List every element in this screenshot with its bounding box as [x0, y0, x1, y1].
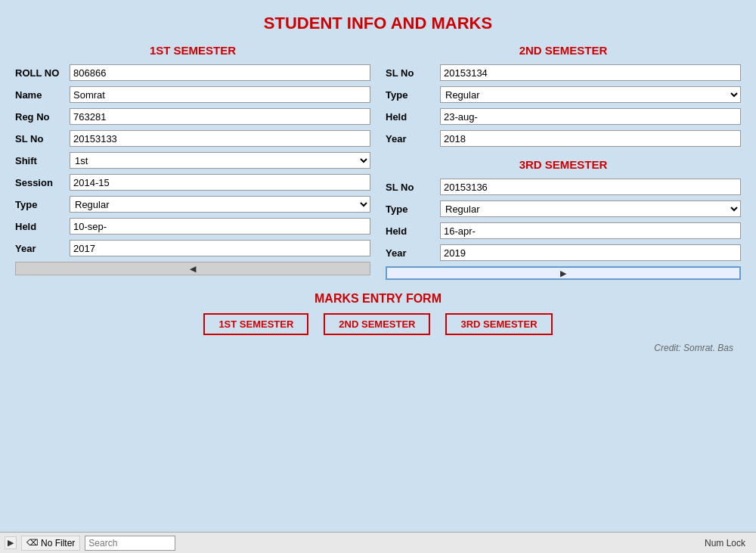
sl-no-label-2: SL No: [386, 67, 440, 79]
held-row-1: Held: [15, 218, 370, 235]
held-row-3: Held: [386, 222, 741, 239]
type-select-wrapper-1: Regular Irregular: [70, 196, 370, 213]
sl-no-input-1[interactable]: [70, 130, 370, 147]
shift-select[interactable]: 1st 2nd: [70, 152, 370, 169]
shift-row: Shift 1st 2nd: [15, 152, 370, 169]
sl-no-row-2: SL No: [386, 64, 741, 81]
no-filter-button[interactable]: ⌫ No Filter: [21, 536, 80, 551]
sem1-button[interactable]: 1ST SEMESTER: [203, 313, 308, 335]
status-bar: ▶ ⌫ No Filter Num Lock: [0, 532, 756, 553]
held-input-1[interactable]: [70, 218, 370, 235]
year-row-2: Year: [386, 130, 741, 147]
sem2-button[interactable]: 2ND SEMESTER: [324, 313, 430, 335]
type-row-3: Type Regular Irregular: [386, 200, 741, 217]
marks-entry-section: MARKS ENTRY FORM 1ST SEMESTER 2ND SEMEST…: [15, 292, 741, 335]
semester-buttons-group: 1ST SEMESTER 2ND SEMESTER 3RD SEMESTER: [15, 313, 741, 335]
roll-no-label: ROLL NO: [15, 67, 70, 79]
year-label-2: Year: [386, 133, 440, 144]
type-label-1: Type: [15, 199, 70, 210]
session-label: Session: [15, 177, 70, 188]
semester2-heading: 2ND SEMESTER: [386, 44, 741, 57]
scroll-left-arrow: ◀: [190, 264, 196, 274]
session-row: Session: [15, 174, 370, 191]
type-select-wrapper-3: Regular Irregular: [440, 200, 741, 217]
marks-entry-title: MARKS ENTRY FORM: [15, 292, 741, 306]
reg-no-input[interactable]: [70, 108, 370, 125]
sem3-button[interactable]: 3RD SEMESTER: [445, 313, 552, 335]
type-row-1: Type Regular Irregular: [15, 196, 370, 213]
year-input-2[interactable]: [440, 130, 741, 147]
no-filter-label: No Filter: [41, 538, 75, 548]
sl-no-input-2[interactable]: [440, 64, 741, 81]
type-select-wrapper-2: Regular Irregular: [440, 86, 741, 103]
semester1-heading: 1ST SEMESTER: [15, 44, 370, 57]
session-input[interactable]: [70, 174, 370, 191]
filter-icon: ⌫: [26, 538, 39, 548]
held-label-1: Held: [15, 221, 70, 232]
sl-no-label-3: SL No: [386, 182, 440, 193]
held-row-2: Held: [386, 108, 741, 125]
search-input[interactable]: [85, 536, 175, 551]
type-select-3[interactable]: Regular Irregular: [440, 200, 741, 217]
semester3-section: 3RD SEMESTER SL No Type Regular Irregula…: [386, 158, 741, 280]
type-row-2: Type Regular Irregular: [386, 86, 741, 103]
year-input-1[interactable]: [70, 240, 370, 256]
held-label-3: Held: [386, 225, 440, 237]
right-column: 2ND SEMESTER SL No Type Regular Irregula…: [386, 44, 741, 280]
held-input-2[interactable]: [440, 108, 741, 125]
type-select-2[interactable]: Regular Irregular: [440, 86, 741, 103]
year-row-1: Year: [15, 240, 370, 256]
year-row-3: Year: [386, 244, 741, 261]
held-input-3[interactable]: [440, 222, 741, 239]
credit-text: Credit: Somrat. Bas: [15, 343, 741, 353]
year-label-1: Year: [15, 243, 70, 254]
nav-arrow-icon[interactable]: ▶: [5, 536, 17, 549]
roll-no-input[interactable]: [70, 64, 370, 81]
sl-no-label-1: SL No: [15, 133, 70, 144]
sl-no-row-1: SL No: [15, 130, 370, 147]
type-select-1[interactable]: Regular Irregular: [70, 196, 370, 213]
name-input[interactable]: [70, 86, 370, 103]
type-label-3: Type: [386, 203, 440, 215]
reg-no-row: Reg No: [15, 108, 370, 125]
num-lock-label: Num Lock: [705, 538, 751, 548]
page-title: STUDENT INFO AND MARKS: [15, 14, 741, 33]
sl-no-input-3[interactable]: [440, 179, 741, 195]
semester1-section: 1ST SEMESTER ROLL NO Name Reg No SL No S…: [15, 44, 370, 280]
scrollbar-left[interactable]: ◀: [15, 262, 370, 275]
shift-label: Shift: [15, 155, 70, 166]
roll-no-row: ROLL NO: [15, 64, 370, 81]
held-label-2: Held: [386, 111, 440, 123]
reg-no-label: Reg No: [15, 111, 70, 123]
sl-no-row-3: SL No: [386, 179, 741, 195]
year-label-3: Year: [386, 247, 440, 259]
semester3-heading: 3RD SEMESTER: [386, 158, 741, 171]
shift-select-wrapper: 1st 2nd: [70, 152, 370, 169]
type-label-2: Type: [386, 89, 440, 101]
name-label: Name: [15, 89, 70, 101]
scrollbar-right[interactable]: ▶: [386, 266, 741, 280]
year-input-3[interactable]: [440, 244, 741, 261]
scroll-right-arrow: ▶: [560, 269, 566, 278]
semester2-section: 2ND SEMESTER SL No Type Regular Irregula…: [386, 44, 741, 152]
name-row: Name: [15, 86, 370, 103]
